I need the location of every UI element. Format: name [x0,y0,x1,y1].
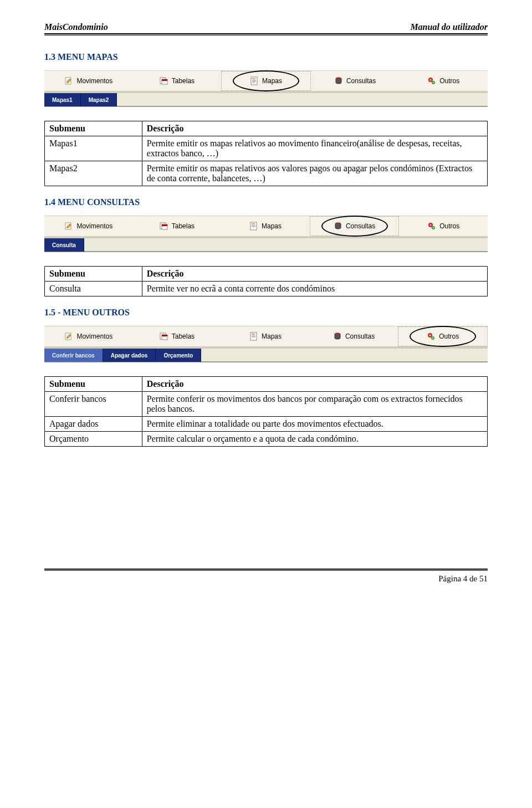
svg-point-39 [432,337,433,339]
tab-label: Mapas [262,333,282,340]
report-icon [249,222,258,231]
database-icon [334,222,342,231]
tab-label: Tabelas [172,77,195,85]
database-icon [334,76,343,85]
tab-mapas[interactable]: Mapas [221,216,310,236]
svg-rect-3 [162,79,167,81]
tab-label: Tabelas [172,333,195,340]
cell-label: Mapas1 [45,136,142,161]
tab-label: Movimentos [76,77,112,85]
table-row: Apagar dados Permite eliminar a totalida… [45,417,488,432]
report-icon [250,76,259,85]
section-title-mapas: 1.3 MENU MAPAS [44,52,488,62]
cell-label: Mapas2 [45,161,142,186]
section-title-outros: 1.5 - MENU OUTROS [44,308,488,318]
menubar-outros: Movimentos Tabelas Mapas Consultas Outro… [44,326,488,347]
section-title-consultas: 1.4 MENU CONSULTAS [44,197,488,207]
tab-outros[interactable]: Outros [399,71,488,91]
svg-point-13 [433,82,434,83]
cell-desc: Permite conferir os movimentos dos banco… [142,392,487,417]
svg-rect-4 [251,77,257,85]
tab-outros[interactable]: Outros [398,326,488,346]
tab-consultas[interactable]: Consultas [310,216,400,236]
header-right: Manual do utilizador [410,22,488,32]
table-consultas: Submenu Descrição Consulta Permite ver n… [44,266,488,296]
footer-rule [44,569,488,571]
svg-rect-18 [250,222,257,230]
submenu-mapas1[interactable]: Mapas1 [44,93,81,106]
tab-label: Consultas [346,222,375,230]
tab-tabelas[interactable]: Tabelas [133,71,222,91]
submenu-bar-consultas: Consulta [44,238,488,251]
table-row: Mapas1 Permite emitir os mapas relativos… [45,136,488,161]
submenu-mapas2[interactable]: Mapas2 [81,93,117,106]
tab-label: Movimentos [76,222,112,230]
table-row: Conferir bancos Permite conferir os movi… [45,392,488,417]
page-header: MaisCondominio Manual do utilizador [44,22,488,33]
submenu-apagar[interactable]: Apagar dados [103,349,156,362]
svg-point-24 [430,224,432,226]
header-rule [44,33,488,35]
tab-consultas[interactable]: Consultas [311,71,400,91]
tables-icon [160,332,168,341]
th-descricao: Descrição [142,267,487,282]
cell-desc: Permite emitir os mapas relativos aos va… [142,161,487,186]
cell-label: Consulta [45,282,142,296]
svg-rect-17 [162,224,167,226]
submenu-bar-outros: Conferir bancos Apagar dados Orçamento [44,348,488,361]
tab-label: Mapas [262,77,282,85]
pencil-note-icon [64,76,73,85]
header-left: MaisCondominio [44,22,108,32]
tab-movimentos[interactable]: Movimentos [44,71,133,91]
th-submenu: Submenu [45,377,142,392]
menubar-consultas: Movimentos Tabelas Mapas Consultas Outro… [44,216,488,237]
tab-label: Tabelas [172,222,195,230]
svg-point-26 [433,227,434,228]
tab-label: Outros [439,77,459,85]
tab-mapas[interactable]: Mapas [221,326,310,346]
cell-label: Orçamento [45,432,142,447]
tab-mapas[interactable]: Mapas [221,71,311,91]
menubar-mapas: Movimentos Tabelas Mapas Consultas Outro… [44,70,488,91]
cell-desc: Permite ver no ecrã a conta corrente dos… [142,282,487,296]
tables-icon [160,76,168,85]
svg-rect-30 [162,335,167,336]
tab-movimentos[interactable]: Movimentos [44,326,133,346]
th-submenu: Submenu [45,267,142,282]
submenu-consulta[interactable]: Consulta [44,238,84,252]
tab-label: Outros [439,222,459,230]
table-row: Mapas2 Permite emitir os mapas relativos… [45,161,488,186]
tab-label: Outros [439,333,459,340]
cell-label: Apagar dados [45,417,142,432]
cell-desc: Permite eliminar a totalidade ou parte d… [142,417,487,432]
submenu-spacer [117,93,488,106]
database-icon [333,332,342,341]
submenu-bar-mapas: Mapas1 Mapas2 [44,93,488,106]
th-descricao: Descrição [142,377,487,392]
tab-label: Consultas [346,77,376,85]
pencil-note-icon [64,222,73,231]
table-outros: Submenu Descrição Conferir bancos Permit… [44,376,488,447]
tab-label: Mapas [262,222,282,230]
svg-point-11 [430,79,432,81]
tab-movimentos[interactable]: Movimentos [44,216,133,236]
tab-tabelas[interactable]: Tabelas [133,326,222,346]
submenu-spacer [84,238,488,251]
th-submenu: Submenu [45,121,142,136]
svg-rect-31 [250,333,257,340]
tab-tabelas[interactable]: Tabelas [133,216,222,236]
cell-desc: Permite emitir os mapas relativos ao mov… [142,136,487,161]
tab-outros[interactable]: Outros [399,216,488,236]
tab-label: Consultas [345,333,375,340]
submenu-conferir[interactable]: Conferir bancos [44,349,103,362]
tab-consultas[interactable]: Consultas [310,326,398,346]
cell-label: Conferir bancos [45,392,142,417]
tables-icon [160,222,168,231]
submenu-spacer [201,349,488,361]
table-row: Orçamento Permite calcular o orçamento e… [45,432,488,447]
tab-label: Movimentos [76,333,112,340]
submenu-orcamento[interactable]: Orçamento [156,349,201,362]
svg-point-37 [429,335,431,336]
gears-icon [427,222,436,231]
cell-desc: Permite calcular o orçamento e a quota d… [142,432,487,447]
